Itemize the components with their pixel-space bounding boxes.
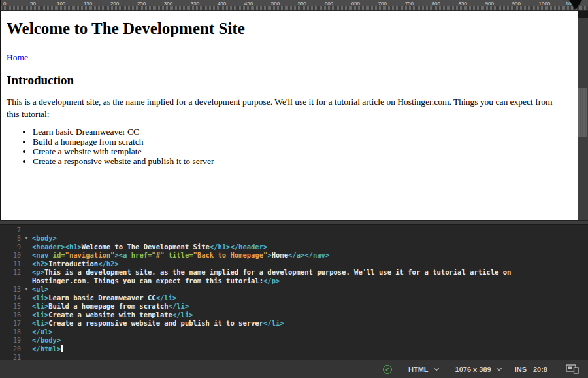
split-divider[interactable] [0,220,588,225]
code-editor[interactable]: 78▼<body>9<header><h1>Welcome to The Dev… [0,225,588,360]
insert-mode-indicator: INS [515,366,527,373]
code-line[interactable]: 7 [0,226,588,234]
code-text: <li>Create a responsive website and publ… [32,319,284,328]
ruler-marker-icon[interactable] [569,0,582,10]
fold-arrow-icon[interactable]: ▼ [21,285,32,294]
fold-gutter [21,328,32,336]
fold-gutter [21,294,32,302]
design-scrollbar[interactable] [578,11,588,220]
scrollbar-cap [578,11,588,18]
code-line[interactable]: 14<li>Learn basic Dreamweaver CC</li> [0,294,588,302]
code-line[interactable]: 10<nav id="navigation"><a href="#" title… [0,251,588,260]
ruler-label: 300 [164,1,172,7]
code-lines: 78▼<body>9<header><h1>Welcome to The Dev… [0,226,588,360]
code-line[interactable]: 8▼<body> [0,234,588,243]
code-text: <li>Create a website with template</li> [32,311,193,319]
line-number [0,277,21,285]
code-text: <nav id="navigation"><a href="#" title="… [32,251,329,260]
line-number: 12 [0,268,21,277]
line-number: 17 [0,319,21,328]
intro-paragraph: This is a development site, as the name … [7,95,562,120]
line-number: 15 [0,302,21,311]
ruler-label: 350 [191,1,199,7]
scrollbar-thumb[interactable] [578,88,587,137]
ruler-label: 950 [512,1,521,7]
ruler-label: 0 [3,1,6,7]
line-number: 10 [0,251,21,260]
doc-type-dropdown[interactable]: HTML [405,364,442,375]
line-number: 19 [0,336,21,345]
code-text: </html> [32,345,63,353]
code-text: </body> [32,336,61,345]
line-number: 9 [0,243,21,251]
code-line[interactable]: 17<li>Create a responsive website and pu… [0,319,588,328]
section-heading: Introduction [7,73,571,88]
line-number: 16 [0,311,21,319]
fold-gutter [21,277,32,285]
ruler-label: 750 [405,1,414,7]
code-line[interactable]: 12<p>This is a development site, as the … [0,268,588,277]
horizontal-ruler: 0501001502002503003504004505005506006507… [0,0,588,11]
line-number: 11 [0,260,21,268]
code-line[interactable]: 20</html> [0,345,588,353]
code-line[interactable]: 16<li>Create a website with template</li… [0,311,588,319]
code-line[interactable]: 13▼<ul> [0,285,588,294]
code-line[interactable]: 21 [0,353,588,360]
code-text: <ul> [32,285,48,294]
window-size-label: 1076 x 389 [455,366,491,373]
fold-gutter [21,353,32,360]
design-view[interactable]: Welcome to The Development Site Home Int… [0,11,578,220]
line-number: 13 [0,285,21,294]
doc-type-label: HTML [408,366,429,373]
line-number: 7 [0,226,21,234]
fold-arrow-icon[interactable]: ▼ [21,234,32,243]
text-cursor [61,345,63,352]
line-number: 14 [0,294,21,302]
line-number: 21 [0,353,21,360]
code-text: <header><h1>Welcome to The Development S… [32,243,267,251]
ruler-label: 450 [244,1,253,7]
fold-gutter [21,268,32,277]
code-text: <p>This is a development site, as the na… [32,268,511,277]
fold-gutter [21,302,32,311]
code-text: <h2>Introduction</h2> [32,260,119,268]
fold-gutter [21,319,32,328]
code-line[interactable]: 15<li>Build a homepage from scratch</li> [0,302,588,311]
list-item: Create a responsive website and publish … [33,156,571,166]
fold-gutter [21,260,32,268]
code-text: </ul> [32,328,53,336]
window-size-dropdown[interactable]: 1076 x 389 [452,364,504,375]
fold-gutter [21,311,32,319]
list-item: Create a website with template [33,146,571,156]
page-title: Welcome to The Development Site [7,20,571,38]
ruler-label: 200 [110,1,119,7]
code-line[interactable]: Hostinger.com. Things you can expect fro… [0,277,588,285]
code-line[interactable]: 18</ul> [0,328,588,336]
ruler-label: 700 [378,1,387,7]
code-text: <body> [32,234,57,243]
ruler-label: 100 [57,1,65,7]
list-item: Learn basic Dreamweaver CC [33,127,571,137]
code-text: <li>Build a homepage from scratch</li> [32,302,189,311]
chevron-down-icon [496,365,501,370]
ruler-label: 800 [432,1,440,7]
ruler-label: 400 [218,1,226,7]
fold-gutter [21,345,32,353]
ruler-label: 150 [84,1,92,7]
feature-list: Learn basic Dreamweaver CCBuild a homepa… [7,127,571,166]
status-bar: ✓ HTML 1076 x 389 INS 20:8 [0,360,588,378]
device-preview-icon[interactable] [566,364,580,374]
fold-gutter [21,226,32,234]
ruler-label: 600 [325,1,333,7]
fold-gutter [21,336,32,345]
ruler-label: 50 [30,1,36,7]
code-line[interactable]: 11<h2>Introduction</h2> [0,260,588,268]
code-line[interactable]: 9<header><h1>Welcome to The Development … [0,243,588,251]
ruler-label: 900 [485,1,494,7]
home-link[interactable]: Home [7,52,28,63]
validation-ok-icon[interactable]: ✓ [383,365,392,374]
code-line[interactable]: 19</body> [0,336,588,345]
cursor-position: 20:8 [533,366,547,373]
ruler-label: 250 [137,1,146,7]
ruler-label: 1000 [539,1,551,7]
